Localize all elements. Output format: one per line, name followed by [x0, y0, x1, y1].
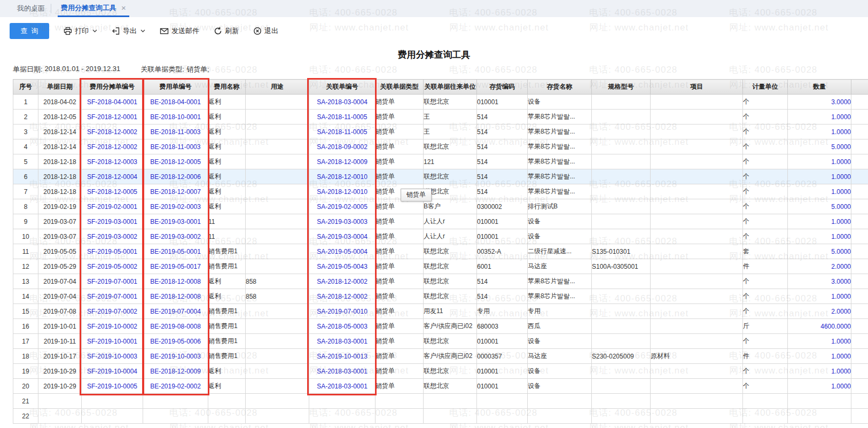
cell-expense-share-code[interactable]: SF-2018-04-0001: [82, 95, 143, 110]
cell-expense-share-code[interactable]: SF-2019-05-0002: [82, 259, 143, 274]
table-row[interactable]: 132019-07-04SF-2019-07-0001BE-2018-12-00…: [13, 274, 868, 289]
column-header-expense-share-code[interactable]: 费用分摊单编号: [82, 80, 143, 95]
table-row[interactable]: 152019-07-08SF-2019-07-0002BE-2019-07-00…: [13, 304, 868, 319]
cell-expense-share-code[interactable]: SF-2019-10-0002: [82, 319, 143, 334]
table-row[interactable]: 202019-10-29SF-2019-10-0005BE-2019-02-00…: [13, 379, 868, 394]
tab-my-desktop[interactable]: 我的桌面: [17, 0, 45, 17]
table-row[interactable]: 22: [13, 409, 868, 424]
cell-related-doc-code[interactable]: SA-2018-03-0001: [309, 334, 376, 349]
print-button[interactable]: 打印: [64, 26, 97, 36]
query-button[interactable]: 查询: [10, 23, 49, 39]
table-row[interactable]: 32018-12-14SF-2018-12-0002BE-2018-11-000…: [13, 124, 868, 139]
export-button[interactable]: 导出: [112, 26, 145, 36]
table-row[interactable]: 22018-12-05SF-2018-12-0001BE-2018-10-000…: [13, 110, 868, 124]
table-row[interactable]: 82019-02-19SF-2019-02-0001BE-2019-02-000…: [13, 199, 868, 214]
cell-expense-share-code[interactable]: SF-2018-12-0003: [82, 154, 143, 169]
table-row[interactable]: 102019-03-07SF-2019-03-0002BE-2019-03-00…: [13, 229, 868, 244]
cell-related-doc-code[interactable]: SA-2019-05-0004: [309, 244, 376, 259]
cell-expense-share-code[interactable]: SF-2019-07-0002: [82, 304, 143, 319]
column-header-doc-date[interactable]: 单据日期: [38, 80, 82, 95]
cell-expense-code[interactable]: BE-2018-11-0003: [143, 124, 208, 139]
column-header-inventory-code[interactable]: 存货编码: [477, 80, 528, 95]
cell-related-doc-code[interactable]: SA-2018-12-0010: [309, 184, 376, 199]
table-row[interactable]: 112019-05-05SF-2019-05-0001BE-2019-05-00…: [13, 244, 868, 259]
column-header-related-partner[interactable]: 关联单据往来单位: [424, 80, 477, 95]
cell-expense-code[interactable]: BE-2018-12-0006: [143, 169, 208, 184]
cell-expense-share-code[interactable]: SF-2019-10-0005: [82, 379, 143, 394]
tab-expense-allocation-tool[interactable]: 费用分摊查询工具 ×: [58, 0, 129, 17]
cell-expense-code[interactable]: BE-2019-02-0002: [143, 379, 208, 394]
column-header-related-doc-code[interactable]: 关联单编号: [309, 80, 376, 95]
cell-expense-share-code[interactable]: SF-2018-12-0001: [82, 110, 143, 124]
cell-expense-code[interactable]: BE-2018-12-0008: [143, 274, 208, 289]
refresh-button[interactable]: 刷新: [214, 26, 239, 36]
cell-expense-share-code[interactable]: SF-2019-10-0004: [82, 364, 143, 379]
cell-expense-code[interactable]: BE-2019-07-0004: [143, 304, 208, 319]
cell-related-doc-code[interactable]: SA-2018-03-0004: [309, 95, 376, 110]
table-row[interactable]: 142019-07-04SF-2019-07-0001BE-2018-12-00…: [13, 289, 868, 304]
column-header-unit[interactable]: 计量单位: [743, 80, 788, 95]
cell-related-doc-code[interactable]: SA-2018-11-0005: [309, 124, 376, 139]
column-header-inventory-name[interactable]: 存货名称: [528, 80, 592, 95]
cell-expense-share-code[interactable]: SF-2018-12-0005: [82, 184, 143, 199]
column-header-expense-name[interactable]: 费用名称: [208, 80, 246, 95]
cell-expense-share-code[interactable]: SF-2019-07-0001: [82, 274, 143, 289]
cell-expense-code[interactable]: BE-2019-08-0008: [143, 319, 208, 334]
cell-expense-share-code[interactable]: SF-2019-05-0001: [82, 244, 143, 259]
table-row[interactable]: 52018-12-18SF-2018-12-0003BE-2018-12-000…: [13, 154, 868, 169]
cell-expense-code[interactable]: BE-2019-05-0017: [143, 259, 208, 274]
cell-related-doc-code[interactable]: SA-2019-10-0013: [309, 349, 376, 364]
table-row[interactable]: 122019-05-29SF-2019-05-0002BE-2019-05-00…: [13, 259, 868, 274]
cell-expense-code[interactable]: BE-2018-04-0001: [143, 95, 208, 110]
cell-expense-code[interactable]: BE-2018-10-0001: [143, 110, 208, 124]
cell-related-doc-code[interactable]: SA-2018-12-0009: [309, 154, 376, 169]
cell-related-doc-code[interactable]: SA-2018-03-0001: [309, 364, 376, 379]
cell-related-doc-code[interactable]: SA-2018-03-0001: [309, 379, 376, 394]
cell-related-doc-code[interactable]: SA-2019-02-0005: [309, 199, 376, 214]
tab-close-icon[interactable]: ×: [121, 4, 126, 12]
cell-related-doc-code[interactable]: SA-2018-12-0002: [309, 274, 376, 289]
cell-expense-share-code[interactable]: SF-2019-03-0002: [82, 229, 143, 244]
table-row[interactable]: 182019-10-17SF-2019-10-0003BE-2019-10-00…: [13, 349, 868, 364]
column-header-row-number[interactable]: 序号: [13, 80, 38, 95]
cell-expense-share-code[interactable]: SF-2019-07-0001: [82, 289, 143, 304]
cell-expense-share-code[interactable]: SF-2018-12-0002: [82, 139, 143, 154]
table-row[interactable]: 72018-12-18SF-2018-12-0005BE-2018-12-000…: [13, 184, 868, 199]
cell-related-doc-code[interactable]: SA-2018-12-0002: [309, 289, 376, 304]
cell-expense-code[interactable]: BE-2019-05-0006: [143, 334, 208, 349]
send-mail-button[interactable]: 发送邮件: [160, 26, 199, 36]
cell-expense-code[interactable]: BE-2018-12-0009: [143, 364, 208, 379]
column-header-purpose[interactable]: 用途: [246, 80, 309, 95]
cell-related-doc-code[interactable]: SA-2019-07-0010: [309, 304, 376, 319]
cell-expense-code[interactable]: BE-2019-05-0001: [143, 244, 208, 259]
table-row[interactable]: 172019-10-11SF-2019-10-0001BE-2019-05-00…: [13, 334, 868, 349]
column-header-related-doc-type[interactable]: 关联单据类型: [376, 80, 424, 95]
table-row[interactable]: 62018-12-18SF-2018-12-0004BE-2018-12-000…: [13, 169, 868, 184]
cell-related-doc-code[interactable]: SA-2018-05-0003: [309, 319, 376, 334]
column-header-spec-model[interactable]: 规格型号: [592, 80, 651, 95]
cell-expense-code[interactable]: BE-2019-10-0003: [143, 349, 208, 364]
cell-related-doc-code[interactable]: SA-2019-03-0004: [309, 229, 376, 244]
cell-related-doc-code[interactable]: SA-2018-11-0005: [309, 110, 376, 124]
cell-expense-code[interactable]: BE-2018-11-0003: [143, 139, 208, 154]
cell-expense-share-code[interactable]: SF-2019-02-0001: [82, 199, 143, 214]
cell-related-doc-code[interactable]: SA-2019-03-0003: [309, 214, 376, 229]
cell-related-doc-code[interactable]: SA-2018-09-0002: [309, 139, 376, 154]
cell-expense-code[interactable]: BE-2019-03-0002: [143, 229, 208, 244]
cell-related-doc-code[interactable]: SA-2019-05-0043: [309, 259, 376, 274]
table-row[interactable]: 12018-04-02SF-2018-04-0001BE-2018-04-000…: [13, 95, 868, 110]
cell-expense-share-code[interactable]: SF-2018-12-0002: [82, 124, 143, 139]
table-row[interactable]: 42018-12-14SF-2018-12-0002BE-2018-11-000…: [13, 139, 868, 154]
cell-expense-share-code[interactable]: SF-2019-10-0003: [82, 349, 143, 364]
cell-expense-code[interactable]: BE-2019-02-0003: [143, 199, 208, 214]
table-row[interactable]: 92019-03-07SF-2019-03-0001BE-2019-03-000…: [13, 214, 868, 229]
cell-expense-code[interactable]: BE-2018-12-0007: [143, 184, 208, 199]
cell-expense-code[interactable]: BE-2019-03-0001: [143, 214, 208, 229]
column-header-quantity[interactable]: 数量: [788, 80, 851, 95]
cell-expense-code[interactable]: BE-2018-12-0005: [143, 154, 208, 169]
exit-button[interactable]: 退出: [253, 26, 278, 36]
cell-related-doc-code[interactable]: SA-2018-12-0010: [309, 169, 376, 184]
table-row[interactable]: 162019-10-01SF-2019-10-0002BE-2019-08-00…: [13, 319, 868, 334]
cell-expense-share-code[interactable]: SF-2019-03-0001: [82, 214, 143, 229]
cell-expense-code[interactable]: BE-2018-12-0008: [143, 289, 208, 304]
